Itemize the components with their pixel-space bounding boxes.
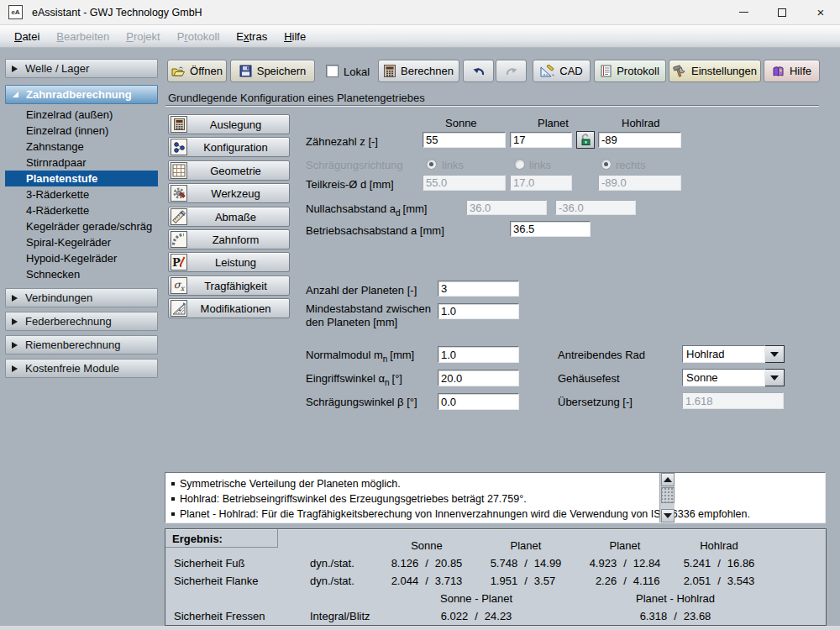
werkzeug-button[interactable]: Werkzeug <box>168 183 290 203</box>
scroll-up-button[interactable] <box>661 473 675 486</box>
helix-angle-input[interactable] <box>438 393 519 410</box>
helix-hohlrad-rechts-radio <box>601 159 612 170</box>
scroll-down-button[interactable] <box>661 509 675 522</box>
sidebar-section-verbindungen[interactable]: Verbindungen <box>5 288 158 307</box>
chevron-right-icon <box>12 318 18 325</box>
title-bar: eA eAssistant - GWJ Technology GmbH × <box>0 0 840 25</box>
local-checkbox-label: Lokal <box>344 66 370 78</box>
konfiguration-button[interactable]: Konfiguration <box>168 137 290 157</box>
flank-safety-hohlrad: 2.051/3.543 <box>660 575 778 587</box>
sidebar-section-welle-lager[interactable]: Welle / Lager <box>5 59 158 78</box>
results-heading: Ergebnis: <box>165 529 278 548</box>
teeth-sonne-input[interactable] <box>423 132 506 148</box>
min-planet-distance-input[interactable] <box>438 303 519 319</box>
helix-direction-label: Schrägungsrichtung <box>306 159 403 171</box>
calculate-button[interactable]: Berechnen <box>378 60 459 82</box>
lock-button[interactable] <box>576 131 595 149</box>
power-icon: P <box>171 254 187 270</box>
configuration-icon <box>171 139 187 155</box>
helix-planet-links-radio <box>514 159 525 170</box>
sidebar-item-3-raederkette[interactable]: 3-Räderkette <box>5 186 158 202</box>
save-floppy-icon <box>239 65 252 77</box>
protocol-button[interactable]: Protokoll <box>594 60 666 82</box>
abmasse-button[interactable]: Abmaße <box>168 207 290 227</box>
sidebar-section-kostenfreie-module[interactable]: Kostenfreie Module <box>5 359 158 378</box>
help-book-icon <box>772 66 785 77</box>
messages-scrollbar[interactable] <box>659 473 675 522</box>
minimize-button[interactable] <box>724 0 763 24</box>
app-window: eA eAssistant - GWJ Technology GmbH × Da… <box>0 0 840 630</box>
pressure-angle-input[interactable] <box>438 370 519 386</box>
open-button[interactable]: Öffnen <box>167 60 227 82</box>
helix-sonne-links-radio <box>426 159 437 170</box>
sidebar-item-4-raederkette[interactable]: 4-Räderkette <box>5 202 158 218</box>
zahnform-button[interactable]: Zahnform <box>168 229 290 249</box>
normal-module-input[interactable] <box>438 346 519 363</box>
scrollbar-thumb[interactable] <box>661 487 675 503</box>
design-calculator-icon <box>171 116 187 133</box>
local-checkbox[interactable] <box>326 65 339 77</box>
modifikationen-button[interactable]: Modifikationen <box>168 298 290 318</box>
sidebar-item-spiral-kegelraeder[interactable]: Spiral-Kegelräder <box>5 234 158 250</box>
column-header-hohlrad: Hohlrad <box>622 117 660 129</box>
sidebar-item-stirnradpaar[interactable]: Stirnradpaar <box>5 155 158 171</box>
working-centre-distance-input[interactable] <box>510 221 591 237</box>
tragfaehigkeit-button[interactable]: σxTragfähigkeit <box>168 276 290 296</box>
housing-fixed-dropdown[interactable]: Sonne <box>682 369 785 386</box>
cad-button[interactable]: CAD <box>533 60 591 82</box>
driving-gear-value: Hohlrad <box>682 345 765 363</box>
sidebar-item-einzelrad-innen[interactable]: Einzelrad (innen) <box>5 123 158 139</box>
sidebar-section-federberechnung[interactable]: Federberechnung <box>5 312 158 331</box>
menu-item-hilfe[interactable]: Hilfe <box>276 30 314 43</box>
maximize-icon <box>778 8 786 17</box>
pitch-diameter-label: Teilkreis-Ø d [mm] <box>306 178 394 191</box>
bullet-icon <box>171 497 175 501</box>
root-safety-label: Sicherheit Fuß <box>174 557 245 570</box>
close-button[interactable]: × <box>801 0 840 24</box>
housing-fixed-label: Gehäusefest <box>558 372 620 385</box>
modifications-icon <box>171 300 187 317</box>
planet-count-label: Anzahl der Planeten [-] <box>306 284 417 297</box>
ratio-input <box>682 392 784 409</box>
flank-safety-label: Sicherheit Flanke <box>174 575 258 587</box>
menu-item-datei[interactable]: Datei <box>6 30 48 43</box>
redo-button <box>496 60 527 82</box>
results-col-planet-2: Planet <box>591 539 659 552</box>
auslegung-button[interactable]: Auslegung <box>168 114 290 134</box>
helix-angle-label: Schrägungswinkel β [°] <box>306 396 417 408</box>
teeth-planet-input[interactable] <box>510 132 572 148</box>
sidebar-item-einzelrad-aussen[interactable]: Einzelrad (außen) <box>5 107 158 123</box>
zero-centre-distance-label: Nullachsabstand ad[mm] <box>306 202 427 218</box>
sidebar-section-riemenberechnung[interactable]: Riemenberechnung <box>5 335 158 354</box>
menu-item-extras[interactable]: Extras <box>228 30 276 43</box>
chevron-right-icon <box>12 295 18 302</box>
save-button[interactable]: Speichern <box>230 60 315 82</box>
sidebar-item-hypoid-kegelraeder[interactable]: Hypoid-Kegelräder <box>5 250 158 266</box>
sidebar-item-planetenstufe[interactable]: Planetenstufe <box>5 171 158 186</box>
help-button[interactable]: Hilfe <box>764 60 820 82</box>
undo-button[interactable] <box>463 60 494 82</box>
housing-fixed-dropdown-button[interactable] <box>765 369 785 386</box>
geometry-grid-icon <box>171 162 187 179</box>
planet-count-input[interactable] <box>438 281 519 297</box>
sidebar-item-kegelraeder[interactable]: Kegelräder gerade/schräg <box>5 218 158 234</box>
sidebar-section-zahnradberechnung[interactable]: Zahnradberechnung <box>5 85 158 104</box>
menu-item-bearbeiten: Bearbeiten <box>48 30 118 43</box>
settings-button[interactable]: Einstellungen <box>669 60 761 82</box>
geometrie-button[interactable]: Geometrie <box>168 160 290 181</box>
pair-header-planet-hohlrad: Planet - Hohlrad <box>608 592 743 605</box>
bullet-icon <box>171 482 175 486</box>
scuffing-safety-planet-hohlrad: 6.318/23.68 <box>608 610 743 622</box>
sidebar-item-schnecken[interactable]: Schnecken <box>5 266 158 282</box>
triangle-up-icon <box>664 477 672 482</box>
working-centre-distance-label: Betriebsachsabstand a [mm] <box>306 224 444 237</box>
driving-gear-dropdown[interactable]: Hohlrad <box>682 345 785 363</box>
min-planet-distance-label-line1: Mindestabstand zwischen <box>306 302 431 315</box>
teeth-hohlrad-input[interactable] <box>598 132 681 148</box>
chevron-right-icon <box>12 66 18 72</box>
sidebar-item-zahnstange[interactable]: Zahnstange <box>5 139 158 155</box>
driving-gear-dropdown-button[interactable] <box>765 345 785 363</box>
scuffing-safety-method: Integral/Blitz <box>310 610 370 622</box>
maximize-button[interactable] <box>763 0 801 24</box>
leistung-button[interactable]: PLeistung <box>168 252 290 272</box>
